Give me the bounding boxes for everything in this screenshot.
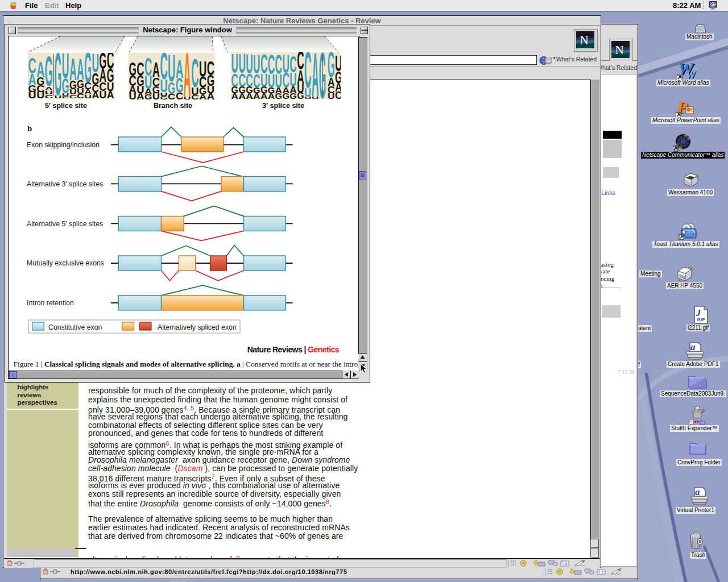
svg-text:C: C [168,92,175,101]
svg-text:W: W [686,69,696,81]
svg-text:GIF: GIF [697,317,705,322]
svg-text:Mutually exclusive exons: Mutually exclusive exons [27,259,104,267]
svg-text:U: U [36,90,44,101]
svg-text:C: C [69,93,77,99]
svg-text:J: J [696,308,701,318]
svg-text:N: N [580,34,589,47]
svg-text:Nature Reviews | Genetics: Nature Reviews | Genetics [247,345,340,354]
svg-text:U: U [328,92,334,100]
svg-text:U: U [312,96,318,100]
svg-text:Figure 1 | Classical splicing: Figure 1 | Classical splicing signals an… [14,360,359,368]
svg-text:A: A [92,90,99,101]
svg-text:5′ splice site: 5′ splice site [45,102,87,110]
svg-text:U: U [152,92,160,101]
svg-text:Intron retention: Intron retention [27,299,74,307]
svg-text:N: N [615,43,624,57]
svg-text:U: U [184,95,191,100]
svg-text:C: C [62,95,69,99]
svg-text:A: A [207,92,214,101]
svg-text:A: A [268,92,275,100]
svg-text:C: C [335,89,342,101]
svg-text:U: U [84,93,92,99]
svg-text:Exon skipping/inclusion: Exon skipping/inclusion [27,141,100,149]
svg-text:a: a [690,342,696,352]
svg-text:U: U [129,92,136,101]
svg-text:C: C [176,90,184,101]
svg-text:Alternative 5′ splice sites: Alternative 5′ splice sites [27,220,103,228]
svg-text:G: G [297,91,304,101]
svg-text:G: G [289,92,296,101]
svg-text:C: C [45,93,53,99]
svg-text:A: A [238,92,245,100]
svg-text:U: U [28,90,36,101]
svg-text:a: a [695,487,700,497]
svg-text:C: C [191,94,198,101]
svg-text:3′ splice site: 3′ splice site [262,102,304,110]
svg-text:Branch site: Branch site [154,102,192,110]
svg-text:Alternatively spliced exon: Alternatively spliced exon [158,323,237,331]
svg-text:b: b [27,124,32,133]
svg-text:U: U [100,89,107,100]
svg-text:Constitutive exon: Constitutive exon [48,323,102,331]
svg-text:G: G [160,95,167,100]
svg-text:A: A [246,92,253,100]
svg-text:A: A [231,92,238,100]
svg-text:G: G [144,93,152,101]
svg-text:A: A [260,92,267,100]
svg-text:G: G [275,92,282,101]
svg-text:A: A [107,89,114,100]
svg-text:U: U [55,95,62,99]
svg-text:G: G [283,92,289,101]
svg-text:C: C [77,93,84,99]
svg-text:A: A [253,92,260,100]
svg-text:A: A [136,92,144,101]
svg-text:A: A [199,93,207,101]
svg-text:Alternative 3′ splice sites: Alternative 3′ splice sites [27,180,103,188]
svg-text:U: U [304,96,311,100]
